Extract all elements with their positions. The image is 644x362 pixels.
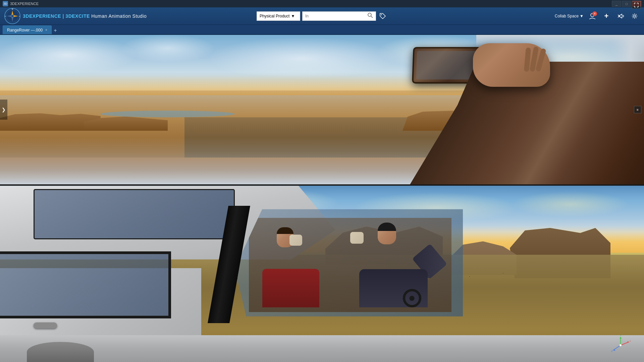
driver-container	[350, 223, 441, 307]
passenger-torso	[262, 269, 319, 307]
fullscreen-icon	[634, 3, 639, 7]
axes-widget: X Y Z	[610, 335, 631, 355]
dropdown-arrow-icon: ▼	[291, 14, 295, 18]
scene-top	[0, 35, 644, 184]
settings-button[interactable]	[629, 11, 640, 21]
search-area: Physical Product ▼	[257, 11, 387, 21]
svg-text:E: E	[19, 15, 20, 17]
svg-point-17	[620, 344, 622, 346]
svg-line-15	[613, 345, 621, 350]
svg-text:X: X	[630, 340, 631, 343]
svg-line-11	[621, 342, 629, 345]
viewport: ❯ ≡	[0, 35, 644, 362]
svg-point-2	[11, 15, 14, 17]
search-button[interactable]	[366, 11, 374, 20]
tab-label: RangeRover ---.000	[7, 28, 43, 33]
svg-text:Y: Y	[620, 335, 622, 337]
svg-text:N: N	[12, 8, 13, 10]
svg-point-10	[634, 15, 636, 17]
headrest-driver	[350, 232, 364, 244]
notification-badge: 8	[592, 11, 597, 16]
sunroof	[34, 189, 235, 239]
app-icon: 3D	[3, 1, 8, 6]
tag-button[interactable]	[378, 11, 387, 21]
brand-text: 3DEXPERIENCE | 3DEXCITE Human Animation …	[23, 13, 147, 19]
viewport-top-controls: ≡	[634, 106, 641, 113]
nav-bar: N W E 3DEXPERIENCE | 3DEXCITE Human Anim…	[0, 7, 644, 25]
tab-close-icon[interactable]: ×	[45, 28, 47, 32]
add-icon: +	[604, 12, 609, 20]
headrest-passenger	[289, 235, 302, 246]
interior-through-windshield	[249, 218, 452, 312]
door-handle	[34, 322, 57, 328]
svg-line-7	[371, 16, 373, 18]
search-icon	[368, 13, 373, 18]
share-icon	[617, 13, 624, 19]
viewport-divider[interactable]	[0, 184, 644, 186]
svg-marker-14	[620, 337, 622, 339]
driver-hair	[378, 223, 396, 231]
nav-right: Collab Space ▼ 8 +	[555, 11, 640, 21]
viewport-top: ❯ ≡	[0, 35, 644, 184]
restore-button[interactable]: □	[622, 1, 631, 7]
wheel-arch-hint	[27, 342, 94, 362]
active-tab[interactable]: RangeRover ---.000 ×	[3, 25, 52, 34]
svg-point-6	[368, 13, 371, 16]
logo-area: N W E 3DEXPERIENCE | 3DEXCITE Human Anim…	[4, 8, 147, 24]
scene-bottom: X Y Z	[0, 186, 644, 362]
collab-arrow-icon: ▼	[580, 14, 584, 18]
car-window	[0, 251, 171, 318]
passenger-hair	[277, 227, 293, 234]
collab-space[interactable]: Collab Space ▼	[555, 14, 584, 18]
settings-icon	[631, 13, 638, 19]
search-dropdown[interactable]: Physical Product ▼	[257, 11, 300, 21]
window-trim-top	[0, 251, 171, 254]
search-dropdown-label: Physical Product	[260, 14, 289, 18]
title-bar-left: 3D 3DEXPERIENCE	[3, 1, 39, 6]
compass-logo: N W E	[4, 8, 21, 24]
viewport-bottom: X Y Z	[0, 186, 644, 362]
user-profile-button[interactable]: 8	[587, 11, 598, 21]
human-arm-area	[342, 35, 644, 184]
tab-bar: RangeRover ---.000 × +	[0, 25, 644, 35]
share-button[interactable]	[615, 11, 626, 21]
brand-highlight: 3DEXCITE	[65, 13, 90, 19]
steering-wheel	[403, 289, 421, 307]
brand-prefix: 3DEXPERIENCE |	[23, 13, 65, 19]
minimize-button[interactable]: _	[612, 1, 621, 7]
svg-text:W: W	[5, 15, 6, 17]
svg-point-8	[381, 14, 382, 15]
search-input[interactable]	[303, 12, 366, 20]
door-lower-panel	[0, 335, 644, 362]
windshield-exterior	[235, 209, 463, 316]
search-input-wrapper	[302, 11, 376, 21]
app-name: Human Animation Studio	[91, 13, 147, 19]
svg-text:Z: Z	[611, 350, 613, 353]
fullscreen-button[interactable]	[632, 1, 641, 9]
window-title: 3DEXPERIENCE	[10, 2, 39, 6]
add-tab-button[interactable]: +	[52, 27, 59, 34]
view-panel-button[interactable]: ≡	[634, 106, 641, 113]
add-button[interactable]: +	[601, 11, 612, 21]
collab-space-label: Collab Space	[555, 14, 579, 18]
steering-wheel-hub	[410, 296, 415, 301]
tag-icon	[379, 12, 386, 20]
title-bar: 3D 3DEXPERIENCE _ □ ✕	[0, 0, 644, 7]
viewport-left-arrow[interactable]: ❯	[0, 100, 7, 120]
